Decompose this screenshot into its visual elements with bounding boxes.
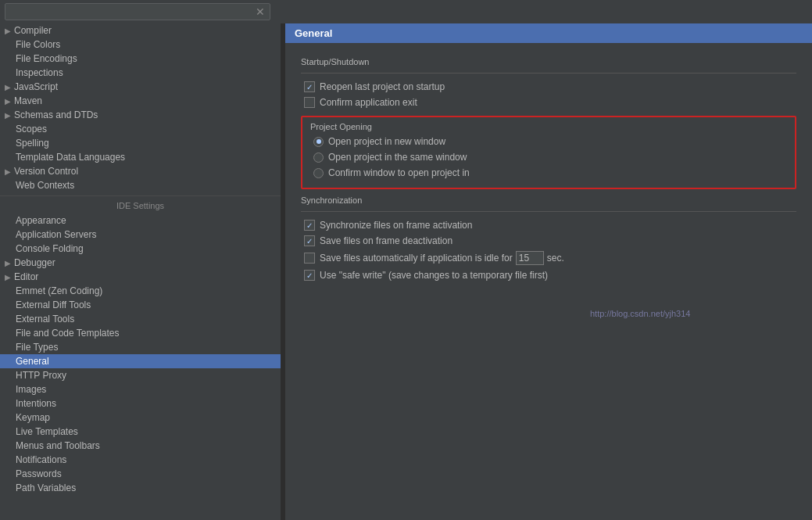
sidebar-item-intentions[interactable]: Intentions bbox=[0, 396, 281, 411]
open-same-window-radio[interactable] bbox=[313, 152, 324, 163]
content-body: Startup/Shutdown Reopen last project on … bbox=[285, 43, 812, 520]
open-new-window-radio[interactable] bbox=[313, 137, 324, 147]
sidebar-item-images[interactable]: Images bbox=[0, 382, 281, 396]
startup-section-title: Startup/Shutdown bbox=[301, 57, 796, 66]
sidebar-item-scopes[interactable]: Scopes bbox=[0, 122, 281, 136]
sidebar-item-maven[interactable]: ▶ Maven bbox=[0, 94, 281, 108]
save-auto-unit: sec. bbox=[547, 253, 564, 264]
sidebar-item-general[interactable]: General bbox=[0, 354, 281, 368]
save-on-deactivation-label: Save files on frame deactivation bbox=[320, 235, 453, 246]
save-auto-row: Save files automatically if application … bbox=[301, 251, 796, 265]
save-auto-checkbox[interactable] bbox=[304, 253, 315, 264]
sidebar-item-passwords[interactable]: Passwords bbox=[0, 467, 281, 481]
sidebar-item-version-control[interactable]: ▶ Version Control bbox=[0, 164, 281, 178]
sidebar-item-path-variables[interactable]: Path Variables bbox=[0, 481, 281, 495]
sidebar-item-schemas-dtds[interactable]: ▶ Schemas and DTDs bbox=[0, 108, 281, 122]
open-new-window-label: Open project in new window bbox=[328, 136, 445, 147]
arrow-icon: ▶ bbox=[5, 167, 14, 176]
startup-divider bbox=[301, 73, 796, 74]
sidebar-item-javascript[interactable]: ▶ JavaScript bbox=[0, 80, 281, 94]
reopen-label: Reopen last project on startup bbox=[320, 81, 445, 92]
arrow-icon: ▶ bbox=[5, 273, 14, 282]
sync-section-title: Synchronization bbox=[301, 195, 796, 205]
sidebar-item-keymap[interactable]: Keymap bbox=[0, 411, 281, 425]
arrow-icon: ▶ bbox=[5, 27, 14, 35]
confirm-window-row: Confirm window to open project in bbox=[310, 167, 787, 178]
sidebar-item-spelling[interactable]: Spelling bbox=[0, 136, 281, 150]
open-new-window-row: Open project in new window bbox=[310, 136, 787, 147]
sync-divider bbox=[301, 211, 796, 212]
search-clear-button[interactable]: ✕ bbox=[254, 6, 266, 17]
open-same-window-row: Open project in the same window bbox=[310, 152, 787, 163]
sidebar-item-external-tools[interactable]: External Tools bbox=[0, 312, 281, 326]
sync-on-frame-row: Synchronize files on frame activation bbox=[301, 220, 796, 231]
arrow-icon: ▶ bbox=[5, 97, 14, 106]
arrow-icon: ▶ bbox=[5, 111, 14, 120]
sidebar-item-file-code-templates[interactable]: File and Code Templates bbox=[0, 326, 281, 340]
safe-write-checkbox[interactable] bbox=[304, 270, 315, 281]
sidebar-item-console-folding[interactable]: Console Folding bbox=[0, 242, 281, 256]
sidebar-item-inspections[interactable]: Inspections bbox=[0, 66, 281, 80]
confirm-exit-row: Confirm application exit bbox=[301, 97, 796, 108]
save-auto-input[interactable] bbox=[516, 251, 544, 265]
watermark-text: http://blog.csdn.net/yjh314 bbox=[590, 309, 690, 318]
sidebar-item-http-proxy[interactable]: HTTP Proxy bbox=[0, 368, 281, 382]
sidebar-item-compiler[interactable]: ▶ Compiler bbox=[0, 23, 281, 38]
confirm-exit-checkbox[interactable] bbox=[304, 97, 315, 108]
sidebar-item-template-data[interactable]: Template Data Languages bbox=[0, 150, 281, 164]
confirm-window-radio[interactable] bbox=[313, 168, 324, 178]
sidebar-item-file-colors[interactable]: File Colors bbox=[0, 38, 281, 52]
sync-on-frame-checkbox[interactable] bbox=[304, 220, 315, 231]
project-opening-box: Project Opening Open project in new wind… bbox=[301, 116, 796, 189]
arrow-icon: ▶ bbox=[5, 259, 14, 267]
sidebar-item-web-contexts[interactable]: Web Contexts bbox=[0, 178, 281, 192]
safe-write-row: Use "safe write" (save changes to a temp… bbox=[301, 270, 796, 281]
save-on-deactivation-row: Save files on frame deactivation bbox=[301, 235, 796, 246]
sync-on-frame-label: Synchronize files on frame activation bbox=[320, 220, 472, 231]
project-opening-title: Project Opening bbox=[310, 122, 787, 131]
sidebar: ▶ Compiler File Colors File Encodings In… bbox=[0, 23, 281, 520]
confirm-window-label: Confirm window to open project in bbox=[328, 167, 470, 178]
sidebar-item-debugger[interactable]: ▶ Debugger bbox=[0, 256, 281, 270]
content-title: General bbox=[285, 23, 812, 43]
sidebar-item-external-diff[interactable]: External Diff Tools bbox=[0, 298, 281, 312]
safe-write-label: Use "safe write" (save changes to a temp… bbox=[320, 270, 548, 281]
sidebar-item-application-servers[interactable]: Application Servers bbox=[0, 228, 281, 242]
content-area: General Startup/Shutdown Reopen last pro… bbox=[285, 23, 812, 520]
save-auto-label: Save files automatically if application … bbox=[320, 253, 513, 264]
sidebar-item-notifications[interactable]: Notifications bbox=[0, 453, 281, 467]
main-layout: ▶ Compiler File Colors File Encodings In… bbox=[0, 23, 812, 520]
save-on-deactivation-checkbox[interactable] bbox=[304, 235, 315, 246]
arrow-icon: ▶ bbox=[5, 83, 14, 91]
top-bar: ✕ bbox=[0, 0, 812, 23]
sidebar-item-editor[interactable]: ▶ Editor bbox=[0, 270, 281, 284]
sidebar-item-appearance[interactable]: Appearance bbox=[0, 213, 281, 228]
sidebar-item-emmet[interactable]: Emmet (Zen Coding) bbox=[0, 284, 281, 298]
sidebar-item-live-templates[interactable]: Live Templates bbox=[0, 425, 281, 439]
search-input[interactable] bbox=[9, 6, 254, 17]
sidebar-item-file-types[interactable]: File Types bbox=[0, 340, 281, 354]
reopen-row: Reopen last project on startup bbox=[301, 81, 796, 92]
confirm-exit-label: Confirm application exit bbox=[320, 97, 417, 108]
search-box[interactable]: ✕ bbox=[5, 3, 270, 20]
ide-settings-header: IDE Settings bbox=[0, 195, 281, 213]
open-same-window-label: Open project in the same window bbox=[328, 152, 467, 163]
project-opening-wrapper: Project Opening Open project in new wind… bbox=[301, 116, 796, 189]
sidebar-item-file-encodings[interactable]: File Encodings bbox=[0, 52, 281, 66]
sidebar-item-menus-toolbars[interactable]: Menus and Toolbars bbox=[0, 439, 281, 453]
reopen-checkbox[interactable] bbox=[304, 81, 315, 92]
